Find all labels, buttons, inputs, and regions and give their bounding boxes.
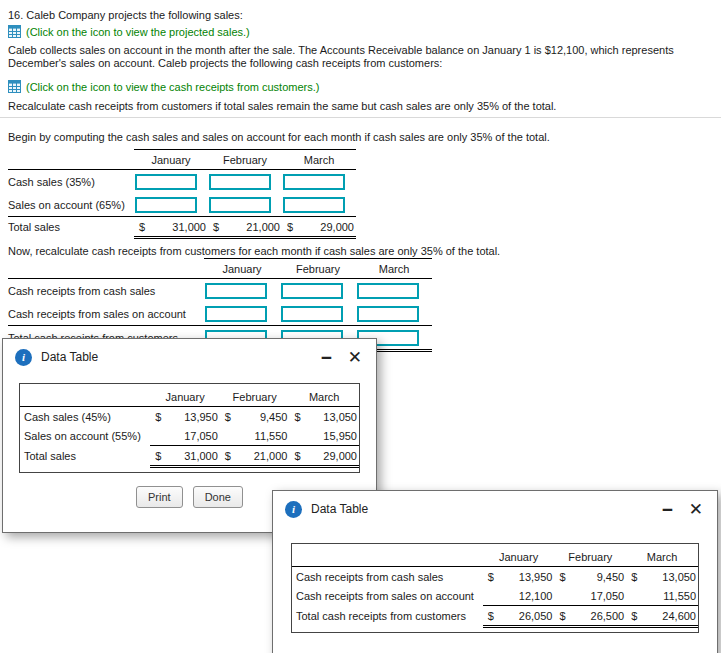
print-button[interactable]: Print: [136, 486, 183, 508]
minimize-icon[interactable]: −: [321, 348, 332, 367]
dialog-titlebar[interactable]: i Data Table − ✕: [3, 339, 376, 375]
amount-value: 9,450: [260, 411, 288, 423]
row-cash-sales: Cash sales (35%): [8, 170, 356, 194]
amount-value: 11,550: [663, 590, 696, 602]
answer-cell: [134, 193, 208, 217]
amount-cell: 11,550: [220, 426, 290, 446]
cash-receipts-link[interactable]: (Click on the icon to view the cash rece…: [26, 81, 319, 93]
amount-cell: $13,050: [289, 407, 359, 427]
currency-sign: $: [488, 571, 494, 583]
row-label: Cash sales (35%): [8, 170, 134, 194]
row-total-sales: Total sales $31,000 $21,000 $29,000: [8, 217, 356, 238]
column-header-january: January: [150, 387, 220, 407]
amount-cell: $31,000: [150, 446, 220, 467]
done-button[interactable]: Done: [193, 486, 243, 508]
projected-sales-link[interactable]: (Click on the icon to view the projected…: [26, 26, 250, 38]
amount-cell: $9,450: [554, 567, 626, 587]
currency-sign: $: [488, 610, 494, 622]
header-row: January February March: [8, 259, 432, 279]
info-icon: i: [285, 501, 302, 518]
currency-sign: $: [155, 411, 161, 423]
row-label: Cash receipts from sales on account: [8, 302, 204, 326]
column-header-february: February: [220, 387, 290, 407]
data-table-frame: January February March Cash sales (45%) …: [19, 383, 360, 473]
header-row: January February March: [20, 387, 359, 407]
row-receipts-on-account: Cash receipts from sales on account: [8, 302, 432, 326]
column-header-february: February: [280, 259, 356, 279]
answer-cell: [356, 302, 432, 326]
row-label: Total cash receipts from customers: [292, 606, 483, 627]
receipts-cash-sales-january-input[interactable]: [205, 283, 267, 299]
row-total-receipts: Total cash receipts from customers $26,0…: [292, 606, 698, 627]
currency-sign: $: [294, 450, 300, 462]
amount-value: 17,050: [184, 430, 218, 442]
currency-sign: $: [559, 571, 565, 583]
amount-value: 26,050: [519, 610, 553, 622]
cash-receipts-link-row: (Click on the icon to view the cash rece…: [8, 80, 319, 93]
amount-value: 9,450: [597, 571, 625, 583]
amount-cell: $21,000: [208, 217, 282, 238]
row-label: Cash receipts from cash sales: [8, 279, 204, 303]
sales-on-account-january-input[interactable]: [135, 197, 197, 213]
corner-cell: [8, 150, 134, 170]
amount-cell: 17,050: [150, 426, 220, 446]
column-header-january: January: [483, 547, 555, 567]
sales-on-account-february-input[interactable]: [209, 197, 271, 213]
amount-cell: $29,000: [289, 446, 359, 467]
receipts-on-account-february-input[interactable]: [281, 306, 343, 322]
cash-sales-february-input[interactable]: [209, 174, 271, 190]
row-receipts-on-account: Cash receipts from sales on account 12,1…: [292, 586, 698, 606]
column-header-march: March: [289, 387, 359, 407]
column-header-january: January: [134, 150, 208, 170]
column-header-march: March: [356, 259, 432, 279]
currency-sign: $: [294, 411, 300, 423]
column-header-march: March: [626, 547, 698, 567]
data-table-icon[interactable]: [8, 80, 21, 93]
answer-cell: [204, 279, 280, 303]
amount-value: 29,000: [323, 450, 357, 462]
amount-value: 24,600: [662, 610, 696, 622]
info-icon: i: [15, 349, 32, 366]
close-icon[interactable]: ✕: [689, 501, 703, 518]
receipts-cash-sales-february-input[interactable]: [281, 283, 343, 299]
currency-sign: $: [631, 571, 637, 583]
data-table-dialog-receipts: i Data Table − ✕ January February March …: [272, 490, 718, 653]
amount-cell: 11,550: [626, 586, 698, 606]
currency-sign: $: [559, 610, 565, 622]
corner-cell: [292, 547, 483, 567]
sales-on-account-march-input[interactable]: [283, 197, 345, 213]
amount-cell: $13,050: [626, 567, 698, 587]
cash-sales-january-input[interactable]: [135, 174, 197, 190]
amount-value: 12,100: [519, 590, 553, 602]
row-sales-on-account: Sales on account (65%): [8, 193, 356, 217]
close-icon[interactable]: ✕: [348, 349, 362, 366]
dialog-titlebar[interactable]: i Data Table − ✕: [273, 491, 717, 527]
total-sales-label: Total sales: [8, 217, 134, 238]
amount-value: 31,000: [184, 450, 218, 462]
data-table-icon[interactable]: [8, 25, 21, 38]
receipts-on-account-january-input[interactable]: [205, 306, 267, 322]
answer-cell: [208, 193, 282, 217]
amount-value: 29,000: [320, 221, 354, 233]
answer-cell: [356, 279, 432, 303]
currency-sign: $: [155, 450, 161, 462]
dialog-title: Data Table: [41, 350, 98, 364]
answer-cell: [134, 170, 208, 194]
amount-cell: $24,600: [626, 606, 698, 627]
minimize-icon[interactable]: −: [662, 500, 673, 519]
problem-description: Caleb collects sales on account in the m…: [8, 44, 716, 70]
row-total-sales: Total sales $31,000 $21,000 $29,000: [20, 446, 359, 467]
currency-sign: $: [631, 610, 637, 622]
dialog-title: Data Table: [311, 502, 368, 516]
receipts-cash-sales-march-input[interactable]: [357, 283, 419, 299]
compute-instruction: Begin by computing the cash sales and sa…: [8, 131, 550, 143]
cash-sales-march-input[interactable]: [283, 174, 345, 190]
amount-value: 13,950: [519, 571, 553, 583]
amount-value: 26,500: [591, 610, 625, 622]
amount-value: 13,050: [323, 411, 357, 423]
corner-cell: [20, 387, 150, 407]
amount-cell: $26,050: [483, 606, 555, 627]
currency-sign: $: [213, 221, 219, 233]
exercise-page: 16. Caleb Company projects the following…: [0, 0, 721, 653]
receipts-on-account-march-input[interactable]: [357, 306, 419, 322]
